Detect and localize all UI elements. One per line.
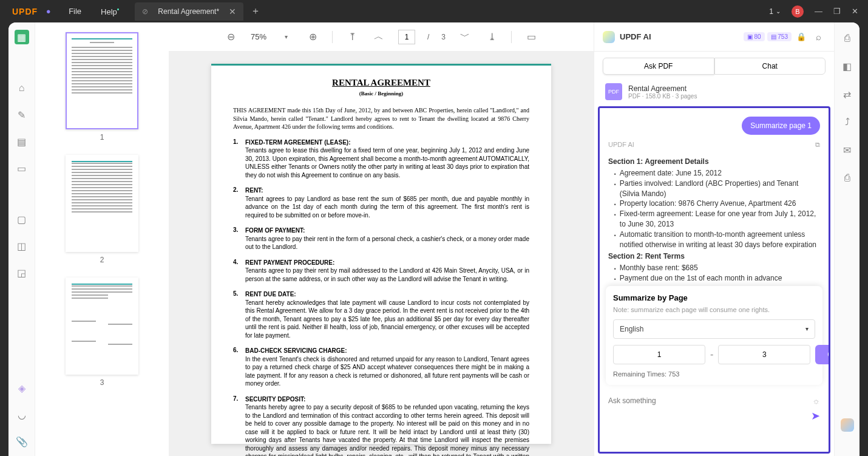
updf-ai-logo-icon — [603, 31, 615, 43]
maximize-icon[interactable]: ❐ — [833, 7, 841, 16]
document-subtitle: (Basic / Beginning) — [233, 90, 529, 97]
bookmark-icon[interactable]: ◡ — [15, 407, 29, 422]
zoom-level[interactable]: 75% — [251, 32, 266, 41]
document-toolbar: ⊖ 75% ▾ ⊕ ⤒ ︿ / 3 ﹀ ⤓ ▭ — [169, 22, 594, 52]
zoom-in-icon[interactable]: ⊕ — [305, 30, 320, 44]
document-tab[interactable]: ⊘ Rental Agreement* ✕ — [135, 2, 243, 21]
page-from-input[interactable] — [613, 345, 705, 364]
export-icon[interactable]: ◧ — [840, 59, 855, 73]
menu-help[interactable]: Help• — [101, 6, 119, 16]
intro-paragraph: THIS AGREEMENT made this 15th Day of Jun… — [233, 106, 529, 131]
left-toolbar: ▦ ⌂ ✎ ▤ ▭ ▢ ◫ ◲ ◈ ◡ 📎 — [8, 22, 35, 456]
page-separator: / — [427, 33, 429, 41]
remaining-times: Remaining Times: 753 — [613, 370, 815, 378]
page-total: 3 — [441, 33, 446, 41]
last-page-icon[interactable]: ⤓ — [484, 30, 499, 44]
layers-icon[interactable]: ◈ — [15, 381, 29, 395]
first-page-icon[interactable]: ⤒ — [345, 30, 359, 44]
app-logo: UPDF — [12, 7, 38, 16]
clause: 4.RENT PAYMENT PROCEDURE:Tenants agree t… — [233, 259, 529, 284]
reader-icon[interactable]: ⌂ — [15, 81, 29, 95]
clause: 6.BAD-CHECK SERVICING CHARGE:In the even… — [233, 347, 529, 388]
tab-close-icon[interactable]: ✕ — [229, 7, 236, 16]
summarize-note: Note: summarize each page will consume o… — [613, 306, 815, 313]
ai-panel: UPDF AI ▣ 80 ▤ 753 🔒 ⌕ Ask PDF Chat PDF … — [594, 22, 834, 456]
save-icon[interactable]: ⎙ — [840, 31, 855, 46]
tab-ask-pdf[interactable]: Ask PDF — [603, 58, 714, 75]
suggestion-icon[interactable]: ☼ — [812, 396, 820, 406]
clause: 7.SECURITY DEPOSIT:Tenants hereby agree … — [233, 395, 529, 457]
user-avatar[interactable]: B — [792, 5, 804, 18]
chevron-down-icon: ▾ — [805, 325, 809, 332]
clause: 1.FIXED-TERM AGREEMENT (LEASE):Tenants a… — [233, 138, 529, 180]
thumb-page-3[interactable] — [66, 277, 138, 375]
user-message: Summarize page 1 — [742, 117, 820, 135]
ai-tabs: Ask PDF Chat — [594, 52, 834, 81]
range-dash: - — [710, 349, 713, 360]
user-count[interactable]: 1 ⌄ — [769, 7, 781, 16]
edit-icon[interactable]: ▤ — [15, 134, 29, 149]
comment-icon[interactable]: ✎ — [15, 107, 29, 122]
clause: 5.RENT DUE DATE:Tenant hereby acknowledg… — [233, 290, 529, 339]
ask-input-row: ☼ — [600, 390, 829, 409]
thumbnails-icon[interactable]: ▦ — [15, 30, 29, 44]
tab-title: Rental Agreement* — [158, 7, 219, 16]
search-icon[interactable]: ⌕ — [811, 30, 826, 44]
zoom-dropdown-icon[interactable]: ▾ — [279, 30, 293, 44]
response-bullet: Parties involved: Landlord (ABC Properti… — [614, 179, 820, 199]
response-section-title: Section 1: Agreement Details — [608, 157, 820, 166]
thumb-label-2: 2 — [35, 256, 169, 264]
tool-c-icon[interactable]: ◲ — [15, 265, 29, 280]
thumb-page-1[interactable] — [66, 32, 138, 129]
document-info: PDF Rental Agreement PDF · 158.0 KB · 3 … — [594, 81, 834, 106]
language-select[interactable]: English▾ — [613, 319, 815, 339]
go-button[interactable]: Go → — [815, 345, 830, 364]
print-icon[interactable]: ⎙ — [840, 171, 855, 185]
document-viewport[interactable]: RENTAL AGREEMENT (Basic / Beginning) THI… — [169, 52, 594, 456]
organize-icon[interactable]: ▭ — [15, 161, 29, 175]
next-page-icon[interactable]: ﹀ — [458, 30, 472, 44]
response-bullet: Monthly base rent: $685 — [614, 263, 820, 273]
minimize-icon[interactable]: — — [815, 7, 822, 16]
credits-badge-2: ▤ 753 — [767, 32, 792, 41]
new-tab-button[interactable]: ＋ — [251, 5, 260, 18]
response-bullet: Fixed-term agreement: Lease for one year… — [614, 209, 820, 230]
ai-response-body: Section 1: Agreement DetailsAgreement da… — [600, 152, 829, 286]
thumb-label-3: 3 — [35, 378, 169, 387]
document-title: RENTAL AGREEMENT — [233, 78, 529, 88]
ai-panel-title: UPDF AI — [620, 32, 651, 41]
response-bullet: Property location: 9876 Cherry Avenue, A… — [614, 199, 820, 209]
tool-b-icon[interactable]: ◫ — [15, 239, 29, 253]
response-bullet: Payment due on the 1st of each month in … — [614, 273, 820, 284]
menu-file[interactable]: File — [69, 7, 81, 16]
response-bullet: Automatic transition to month-to-month a… — [614, 230, 820, 250]
share-icon[interactable]: ⤴ — [840, 115, 855, 129]
pdf-page: RENTAL AGREEMENT (Basic / Beginning) THI… — [211, 64, 551, 444]
presentation-icon[interactable]: ▭ — [524, 30, 538, 44]
summarize-card: Summarize by Page Note: summarize each p… — [606, 286, 822, 385]
titlebar: UPDF • File Help• ⊘ Rental Agreement* ✕ … — [0, 0, 868, 22]
clause: 2.RENT:Tenant agrees to pay Landlord as … — [233, 186, 529, 219]
workspace: ▦ ⌂ ✎ ▤ ▭ ▢ ◫ ◲ ◈ ◡ 📎 1 2 3 ⊖ 75% ▾ ⊕ ⤒ — [8, 22, 860, 456]
pdf-file-icon: PDF — [605, 83, 622, 100]
thumb-page-2[interactable] — [66, 155, 138, 252]
zoom-out-icon[interactable]: ⊖ — [224, 30, 239, 44]
response-section-title: Section 2: Rent Terms — [608, 252, 820, 260]
close-window-icon[interactable]: ✕ — [852, 7, 858, 16]
page-to-input[interactable] — [718, 345, 810, 364]
page-input[interactable] — [398, 30, 415, 44]
lock-icon[interactable]: 🔒 — [794, 30, 809, 44]
ask-input[interactable] — [608, 396, 812, 405]
ai-launch-icon[interactable] — [841, 418, 854, 432]
send-icon[interactable]: ➤ — [811, 410, 820, 422]
tab-chat[interactable]: Chat — [714, 58, 826, 75]
mail-icon[interactable]: ✉ — [840, 143, 855, 157]
prev-page-icon[interactable]: ︿ — [371, 30, 386, 44]
attachment-icon[interactable]: 📎 — [15, 434, 29, 449]
thumb-label-1: 1 — [35, 133, 169, 141]
right-toolbar: ⎙ ◧ ⇄ ⤴ ✉ ⎙ — [834, 22, 860, 456]
response-bullet: Agreement date: June 15, 2012 — [614, 168, 820, 179]
tool-a-icon[interactable]: ▢ — [15, 212, 29, 226]
copy-icon[interactable]: ⧉ — [815, 141, 820, 149]
convert-icon[interactable]: ⇄ — [840, 87, 855, 101]
